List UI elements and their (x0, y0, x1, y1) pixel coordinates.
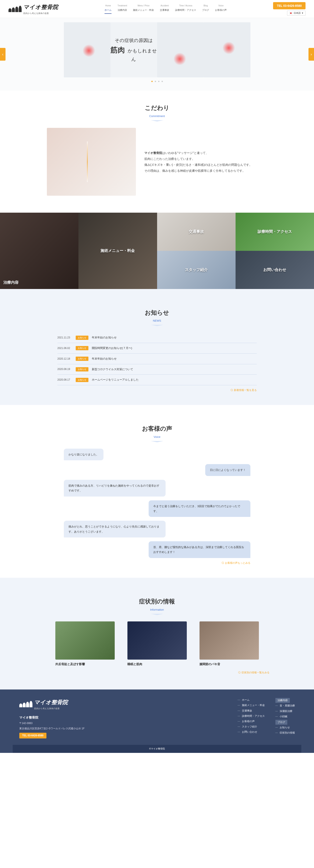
footer-link[interactable]: スタッフ紹介 (238, 725, 265, 729)
news-date: 2020.12.18 (58, 357, 72, 361)
news-date: 2020.08.19 (58, 367, 72, 371)
nav-treatment[interactable]: Treatment治療内容 (118, 4, 127, 14)
news-tag: お知らせ (76, 367, 88, 371)
hero-dot[interactable] (151, 81, 153, 82)
footer-link[interactable]: お問い合わせ (238, 730, 265, 734)
voice-section: お客様の声 Voice かなり楽になりました。日に日によくなっています！筋肉で痛… (0, 405, 314, 578)
news-title: ホームページをリニューアルしました (92, 378, 139, 382)
news-title: 年末年始のお知らせ (92, 356, 117, 361)
info-more-link[interactable]: 症状別の情報一覧をみる (242, 671, 270, 674)
news-tag: お知らせ (76, 356, 88, 361)
logo[interactable]: マイオ整骨院 筋肉から考える身体の改善 (8, 3, 58, 15)
section-heading: お知らせ (0, 308, 314, 318)
commitment-image (47, 128, 136, 196)
footer-logo-title: マイオ整骨院 (34, 698, 68, 707)
footer-clinic-name: マイオ整骨院 (19, 715, 229, 720)
tel-button[interactable]: TEL 03-6426-8580 (273, 2, 306, 9)
feature-treatment[interactable]: 治療内容 (0, 213, 78, 289)
footer-link[interactable]: 深層筋治療 (275, 709, 295, 713)
news-item[interactable]: 2021.06.02 お知らせ 開院時間変更のお知らせ(７月〜) (58, 343, 257, 354)
voice-more-link[interactable]: お客様の声もっとみる (225, 561, 250, 564)
language-select[interactable]: 日本語 ▾ (287, 10, 306, 16)
news-more-link[interactable]: 新着情報一覧を見る (234, 389, 257, 392)
logo-evolution-icon (8, 6, 22, 12)
news-item[interactable]: 2020.08.17 お知らせ ホームページをリニューアルしました (58, 375, 257, 385)
commitment-block: マイオ整骨院はいわゆる"マッサージ"と違って、 筋肉にこだわった治療をしています… (40, 128, 274, 196)
hero-dot[interactable] (155, 81, 156, 82)
footer-tel-button[interactable]: TEL 03-6426-8580 (19, 733, 46, 739)
news-tag: お知らせ (76, 346, 88, 350)
footer-link[interactable]: 施術メニュー・料金 (238, 703, 265, 707)
nav-voice[interactable]: Voiceお客様の声 (215, 4, 227, 14)
info-card[interactable]: 膝関節のパキ音 (199, 621, 259, 666)
main-nav: Homeホーム Treatment治療内容 Menu / Price施術メニュー… (104, 4, 227, 14)
section-heading-en: Voice (0, 435, 314, 439)
flag-japan-icon (289, 12, 292, 14)
feature-staff[interactable]: スタッフ紹介 (157, 251, 236, 289)
footer-link[interactable]: ホーム (238, 698, 265, 702)
news-date: 2021.11.23 (58, 336, 72, 340)
logo-subtitle: 筋肉から考える身体の改善 (23, 12, 58, 15)
footer-heading: 治療内容 (275, 698, 290, 703)
footer-link[interactable]: お客様の声 (238, 719, 265, 723)
hero-prev-button[interactable]: ‹ (0, 48, 5, 61)
chevron-down-icon: ▾ (302, 11, 303, 15)
section-heading-en: NEWS (0, 319, 314, 323)
feature-grid: 治療内容 施術メニュー・料金 交通事故 診療時間・アクセス スタッフ紹介 お問い… (0, 213, 314, 289)
section-heading-en: Commitment (0, 114, 314, 119)
nav-menu-price[interactable]: Menu / Price施術メニュー・料金 (133, 4, 154, 14)
hero-dot[interactable] (158, 81, 159, 82)
feature-accident[interactable]: 交通事故 (157, 213, 236, 251)
news-item[interactable]: 2020.12.18 お知らせ 年末年始のお知らせ (58, 354, 257, 364)
logo-evolution-icon (19, 701, 32, 707)
news-tag: お知らせ (76, 336, 88, 340)
hero-line1: その症状の原因は (111, 37, 157, 44)
section-heading: お客様の声 (0, 424, 314, 434)
info-card[interactable]: 睡眠と筋肉 (127, 621, 187, 666)
hero-next-button[interactable]: › (309, 48, 314, 61)
section-heading-en: Information (0, 608, 314, 612)
info-card-title: 外反母趾と及ぼす影響 (55, 662, 115, 666)
footer-link[interactable]: 診療時間・アクセス (238, 714, 265, 718)
footer-zip: 〒142-0063 (19, 721, 229, 725)
feature-menu-price[interactable]: 施術メニュー・料金 (78, 213, 157, 289)
footer-link[interactable]: お知らせ (275, 725, 295, 730)
info-card-title: 睡眠と筋肉 (127, 662, 187, 666)
hero-image-shoulder (204, 22, 250, 78)
section-heading: こだわり (0, 103, 314, 113)
footer-logo-sub: 筋肉から考える身体の改善 (34, 707, 68, 710)
footer: マイオ整骨院 筋肉から考える身体の改善 マイオ整骨院 〒142-0063 東京都… (0, 689, 314, 753)
nav-blog[interactable]: Blogブログ (202, 4, 209, 14)
hero-dot[interactable] (162, 81, 163, 82)
nav-accident[interactable]: Accident交通事故 (160, 4, 169, 14)
info-card-image (55, 621, 115, 659)
news-title: 年末年始のお知らせ (92, 335, 117, 340)
footer-link[interactable]: 症状別の情報 (275, 731, 295, 735)
feature-contact[interactable]: お問い合わせ (236, 251, 314, 289)
commitment-title: こだわり Commitment (0, 91, 314, 128)
header: マイオ整骨院 筋肉から考える身体の改善 Homeホーム Treatment治療内… (0, 0, 314, 18)
hero-caption: その症状の原因は 筋肉 かもしれません (111, 22, 157, 78)
news-date: 2021.06.02 (58, 346, 72, 350)
nav-time-access[interactable]: Time / Access診療時間・アクセス (175, 4, 196, 14)
info-card[interactable]: 外反母趾と及ぼす影響 (55, 621, 115, 666)
footer-link[interactable]: 小顔鍼 (275, 714, 295, 718)
voice-bubble: 首、肩、腰など慢性的な痛みがある方は、深部まで治療してくれる医院をおすすめします… (149, 541, 250, 558)
hero-slider: ‹ › その症状の原因は 筋肉 かもしれません (0, 18, 314, 91)
info-card-title: 膝関節のパキ音 (199, 662, 259, 666)
voice-bubble: 今までと違う治療をしていただき、3回目で効果がでたのでよかったです。 (149, 500, 250, 517)
info-card-image (127, 621, 187, 659)
info-card-image (199, 621, 259, 659)
hero-image-knee (64, 22, 111, 78)
hero-after: かもしれません (126, 48, 157, 62)
commitment-text: マイオ整骨院はいわゆる"マッサージ"と違って、 筋肉にこだわった治療をしています… (145, 150, 268, 174)
feature-time-access[interactable]: 診療時間・アクセス (236, 213, 314, 251)
voice-bubble: 日に日によくなっています！ (205, 464, 250, 476)
footer-link[interactable]: 交通事故 (238, 709, 265, 713)
footer-link[interactable]: 首・肩腰治療 (275, 704, 295, 708)
voice-bubble: 筋肉で痛みのある方、リハビリを兼ねた施術をやってくれるので是非おすすめです。 (64, 480, 165, 497)
news-section: お知らせ NEWS 2021.11.23 お知らせ 年末年始のお知らせ2021.… (0, 289, 314, 405)
news-item[interactable]: 2020.08.19 お知らせ 新型コロナウイルス対策について (58, 364, 257, 375)
nav-home[interactable]: Homeホーム (104, 4, 112, 14)
news-item[interactable]: 2021.11.23 お知らせ 年末年始のお知らせ (58, 333, 257, 343)
